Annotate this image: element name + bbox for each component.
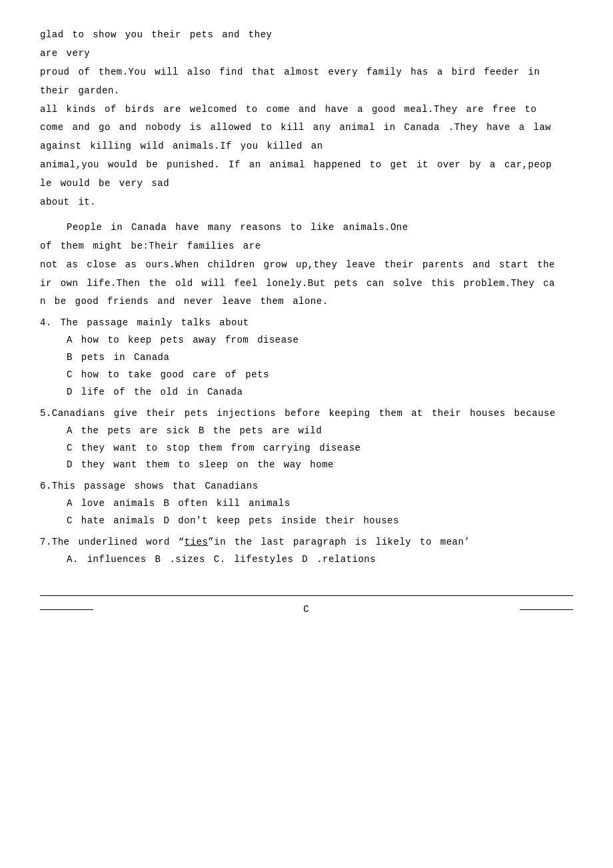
passage-line-14: not as close as ours.When children grow … — [40, 257, 573, 274]
footer-left-line — [40, 609, 93, 610]
question-7: 7.The underlined word “ties”in the last … — [40, 534, 573, 569]
question-5: 5.Canadians give their pets injections b… — [40, 405, 573, 475]
question-5-option-d: D they want them to sleep on the way hom… — [40, 457, 573, 474]
question-4-text: 4. The passage mainly talks about — [40, 315, 573, 332]
passage-line-2: are very — [40, 45, 573, 63]
passage-line-3: proud of them.You will also find that al… — [40, 64, 573, 81]
underlined-word: ties — [185, 537, 209, 547]
passage-line-6: come and go and nobody is allowed to kil… — [40, 119, 573, 137]
question-7-options: A. influences B .sizes C. lifestyles D .… — [40, 551, 573, 569]
passage-block: glad to show you their pets and they are… — [40, 27, 573, 311]
footer: C — [40, 595, 573, 618]
passage-line-7: against killing wild animals.If you kill… — [40, 138, 573, 155]
question-6-option-cd: C hate animals D don't keep pets inside … — [40, 513, 573, 530]
passage-line-15: ir own life.Then the old will feel lonel… — [40, 275, 573, 293]
question-6-text: 6.This passage shows that Canadians — [40, 478, 573, 495]
question-4-option-c: C how to take good care of pets — [40, 367, 573, 384]
passage-line-10: about it. — [40, 194, 573, 211]
question-4-option-a: A how to keep pets away from disease — [40, 332, 573, 349]
question-6: 6.This passage shows that Canadians A lo… — [40, 478, 573, 530]
question-7-text: 7.The underlined word “ties”in the last … — [40, 534, 573, 551]
passage-line-5: all kinds of birds are welcomed to come … — [40, 101, 573, 119]
passage-line-1: glad to show you their pets and they — [40, 27, 573, 44]
question-5-text: 5.Canadians give their pets injections b… — [40, 405, 573, 423]
question-5-option-ab: A the pets are sick B the pets are wild — [40, 423, 573, 440]
footer-center-label: C — [303, 601, 309, 618]
passage-line-9: le would be very sad — [40, 175, 573, 193]
question-4: 4. The passage mainly talks about A how … — [40, 315, 573, 401]
footer-right-line — [520, 609, 573, 610]
passage-line-8: animal,you would be punished. If an anim… — [40, 157, 573, 174]
passage-line-12: People in Canada have many reasons to li… — [40, 219, 573, 237]
question-4-option-b: B pets in Canada — [40, 349, 573, 367]
passage-line-4: their garden. — [40, 83, 573, 100]
question-5-option-c: C they want to stop them from carrying d… — [40, 440, 573, 457]
question-4-option-d: D life of the old in Canada — [40, 384, 573, 401]
question-6-option-ab: A love animals B often kill animals — [40, 495, 573, 513]
main-content: glad to show you their pets and they are… — [40, 27, 573, 569]
passage-line-16: n be good friends and never leave them a… — [40, 293, 573, 311]
passage-line-13: of them might be:Their families are — [40, 238, 573, 255]
